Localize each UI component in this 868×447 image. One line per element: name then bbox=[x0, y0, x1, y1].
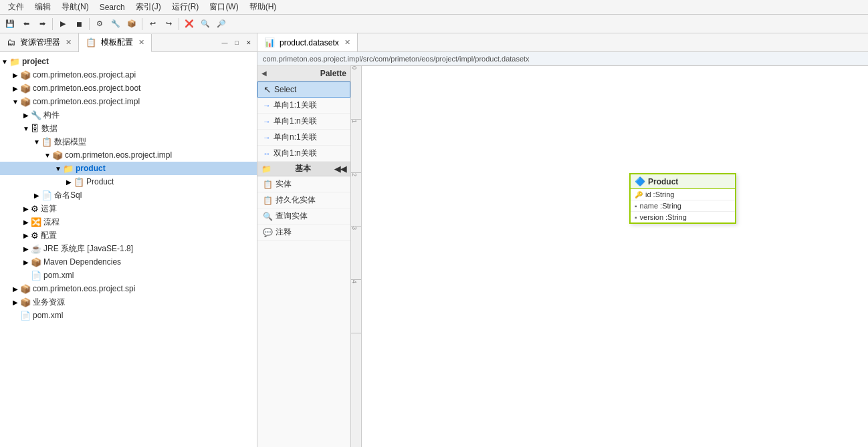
toolbar-btn-4[interactable]: ⏹ bbox=[72, 17, 86, 31]
icon-bizresource: 📦 bbox=[20, 297, 31, 307]
tree-node-config[interactable]: ▶ ⚙ 配置 bbox=[0, 229, 257, 242]
toggle-maven[interactable]: ▶ bbox=[21, 259, 31, 266]
one2n-icon: → bbox=[263, 117, 271, 126]
entity-field-id[interactable]: 🔑 id :String bbox=[631, 189, 735, 200]
tab-resource-manager[interactable]: 🗂 资源管理器 ✕ bbox=[0, 33, 79, 51]
tree-node-maven[interactable]: ▶ 📦 Maven Dependencies bbox=[0, 255, 257, 269]
toggle-namesql[interactable]: ▶ bbox=[32, 192, 41, 199]
toolbar-btn-11[interactable]: 🔍 bbox=[198, 17, 213, 31]
label-operation: 运算 bbox=[41, 203, 57, 214]
toolbar-btn-6[interactable]: 🔧 bbox=[108, 17, 123, 31]
tree-node-product-entity[interactable]: ▶ 📋 Product bbox=[0, 175, 257, 188]
palette-item-bi2n[interactable]: ↔ 双向1:n关联 bbox=[257, 146, 350, 162]
menu-search[interactable]: Search bbox=[94, 1, 130, 13]
palette-item-one2one[interactable]: → 单向1:1关联 bbox=[257, 98, 350, 114]
toolbar-btn-10[interactable]: ❌ bbox=[182, 17, 197, 31]
minimize-btn[interactable]: — bbox=[219, 37, 230, 48]
tree-node-api[interactable]: ▶ 📦 com.primeton.eos.project.api bbox=[0, 68, 257, 82]
basic-collapse-icon[interactable]: ◀◀ bbox=[334, 164, 346, 174]
icon-component: 🔧 bbox=[31, 110, 41, 120]
toolbar-btn-run[interactable]: ▶ bbox=[56, 17, 70, 31]
toolbar-btn-7[interactable]: 📦 bbox=[124, 17, 139, 31]
menu-help[interactable]: 帮助(H) bbox=[244, 0, 282, 14]
palette-item-entity[interactable]: 📋 实体 bbox=[257, 176, 350, 192]
toolbar-btn-12[interactable]: 🔎 bbox=[214, 17, 229, 31]
toggle-project[interactable]: ▼ bbox=[0, 58, 9, 65]
resource-manager-close[interactable]: ✕ bbox=[66, 38, 72, 47]
palette-item-comment[interactable]: 💬 注释 bbox=[257, 225, 350, 241]
toggle-product-folder[interactable]: ▼ bbox=[53, 165, 63, 172]
tree-node-pom2[interactable]: ▶ 📄 pom.xml bbox=[0, 309, 257, 322]
tree-node-boot[interactable]: ▶ 📦 com.primeton.eos.project.boot bbox=[0, 82, 257, 95]
tab-product-dataset[interactable]: 📊 product.datasetx ✕ bbox=[257, 33, 358, 51]
toggle-impl[interactable]: ▼ bbox=[11, 98, 20, 106]
label-spi: com.primeton.eos.project.spi bbox=[33, 284, 135, 293]
menu-navigate[interactable]: 导航(N) bbox=[56, 0, 94, 14]
toggle-component[interactable]: ▶ bbox=[21, 112, 31, 119]
tree-node-jre[interactable]: ▶ ☕ JRE 系统库 [JavaSE-1.8] bbox=[0, 242, 257, 255]
toggle-jre[interactable]: ▶ bbox=[21, 245, 31, 253]
palette-item-n2one[interactable]: → 单向n:1关联 bbox=[257, 130, 350, 146]
toggle-implpkg[interactable]: ▼ bbox=[43, 152, 52, 159]
palette-item-one2n[interactable]: → 单向1:n关联 bbox=[257, 114, 350, 130]
ruler-left-1: 1 bbox=[351, 120, 361, 173]
toggle-bizresource[interactable]: ▶ bbox=[11, 299, 20, 306]
tree-node-impl[interactable]: ▼ 📦 com.primeton.eos.project.impl bbox=[0, 95, 257, 108]
one2n-label: 单向1:n关联 bbox=[274, 116, 317, 127]
entity-field-name[interactable]: ▪ name :String bbox=[631, 200, 735, 212]
menu-index[interactable]: 索引(J) bbox=[130, 0, 167, 14]
toggle-config[interactable]: ▶ bbox=[21, 232, 31, 239]
toggle-product-entity[interactable]: ▶ bbox=[64, 178, 74, 186]
tree-node-product-folder[interactable]: ▼ 📁 product bbox=[0, 162, 257, 175]
toolbar-btn-2[interactable]: ⬅ bbox=[19, 17, 33, 31]
canvas-area[interactable]: 🔷 Product 🔑 id :String ▪ name :String bbox=[362, 66, 868, 447]
left-panel: 🗂 资源管理器 ✕ 📋 模板配置 ✕ — □ ✕ ▼ 📁 project bbox=[0, 33, 257, 447]
palette-item-select[interactable]: ↖ Select bbox=[257, 82, 350, 98]
toggle-operation[interactable]: ▶ bbox=[21, 205, 31, 212]
toggle-boot[interactable]: ▶ bbox=[11, 85, 20, 92]
tree-node-namesql[interactable]: ▶ 📄 命名Sql bbox=[0, 188, 257, 202]
toggle-data[interactable]: ▼ bbox=[21, 125, 31, 132]
tree-node-project[interactable]: ▼ 📁 project bbox=[0, 55, 257, 68]
field-icon-name: ▪ bbox=[635, 202, 637, 210]
icon-jre: ☕ bbox=[31, 244, 41, 254]
tree-node-operation[interactable]: ▶ ⚙ 运算 bbox=[0, 202, 257, 215]
menu-file[interactable]: 文件 bbox=[3, 0, 29, 14]
tab-template-config[interactable]: 📋 模板配置 ✕ bbox=[79, 34, 152, 52]
template-config-close[interactable]: ✕ bbox=[138, 38, 144, 47]
file-tree[interactable]: ▼ 📁 project ▶ 📦 com.primeton.eos.project… bbox=[0, 52, 257, 447]
toolbar-btn-5[interactable]: ⚙ bbox=[92, 17, 107, 31]
toggle-datamodel[interactable]: ▼ bbox=[32, 138, 41, 146]
toggle-spi[interactable]: ▶ bbox=[11, 285, 20, 293]
icon-product-entity: 📋 bbox=[74, 177, 84, 187]
toolbar-btn-3[interactable]: ➡ bbox=[35, 17, 49, 31]
icon-api: 📦 bbox=[20, 70, 31, 80]
panel-tab-controls: — □ ✕ bbox=[152, 37, 257, 48]
toggle-flow[interactable]: ▶ bbox=[21, 218, 31, 226]
toolbar-btn-8[interactable]: ↩ bbox=[145, 17, 160, 31]
palette-basic-section[interactable]: 📁 基本 ◀◀ bbox=[257, 162, 350, 176]
menu-window[interactable]: 窗口(W) bbox=[204, 0, 243, 14]
entity-field-version[interactable]: ▪ version :String bbox=[631, 212, 735, 222]
toggle-api[interactable]: ▶ bbox=[11, 71, 20, 79]
palette-item-persist[interactable]: 📋 持久化实体 bbox=[257, 192, 350, 208]
toolbar-btn-1[interactable]: 💾 bbox=[3, 17, 17, 31]
palette-left-arrow[interactable]: ◀ bbox=[261, 69, 267, 77]
menu-edit[interactable]: 编辑 bbox=[29, 0, 56, 14]
tree-node-spi[interactable]: ▶ 📦 com.primeton.eos.project.spi bbox=[0, 282, 257, 295]
tree-node-bizresource[interactable]: ▶ 📦 业务资源 bbox=[0, 295, 257, 309]
tree-node-datamodel[interactable]: ▼ 📋 数据模型 bbox=[0, 135, 257, 148]
tree-node-implpkg[interactable]: ▼ 📦 com.primeton.eos.project.impl bbox=[0, 148, 257, 162]
palette-item-query[interactable]: 🔍 查询实体 bbox=[257, 208, 350, 225]
tab-close-btn[interactable]: ✕ bbox=[344, 38, 350, 47]
tree-node-data[interactable]: ▼ 🗄 数据 bbox=[0, 122, 257, 135]
field-version-text: version :String bbox=[640, 213, 687, 221]
menu-run[interactable]: 运行(R) bbox=[167, 0, 205, 14]
close-panel-btn[interactable]: ✕ bbox=[243, 37, 254, 48]
toolbar-btn-9[interactable]: ↪ bbox=[161, 17, 176, 31]
tree-node-flow[interactable]: ▶ 🔀 流程 bbox=[0, 215, 257, 229]
maximize-btn[interactable]: □ bbox=[231, 37, 242, 48]
entity-box-product[interactable]: 🔷 Product 🔑 id :String ▪ name :String bbox=[629, 173, 736, 224]
tree-node-pom1[interactable]: ▶ 📄 pom.xml bbox=[0, 269, 257, 282]
tree-node-component[interactable]: ▶ 🔧 构件 bbox=[0, 108, 257, 122]
